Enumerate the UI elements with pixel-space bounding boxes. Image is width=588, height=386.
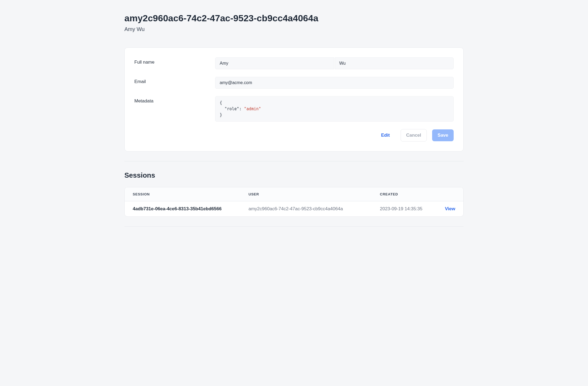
table-header: SESSION USER CREATED: [125, 187, 463, 201]
th-created: CREATED: [380, 192, 439, 196]
edit-button[interactable]: Edit: [376, 129, 395, 141]
td-user: amy2c960ac6-74c2-47ac-9523-cb9cc4a4064a: [248, 206, 380, 212]
th-session: SESSION: [133, 192, 248, 196]
td-created: 2023-09-19 14:35:35: [380, 206, 439, 212]
metadata-code[interactable]: { "role": "admin" }: [215, 96, 454, 122]
sessions-table: SESSION USER CREATED 4adb731e-06ea-4ce6-…: [124, 187, 464, 217]
metadata-value: "admin": [244, 106, 261, 111]
email-label: Email: [134, 77, 215, 84]
metadata-label: Metadata: [134, 96, 215, 104]
email-input[interactable]: [215, 77, 454, 89]
td-session: 4adb731e-06ea-4ce6-8313-35b41ebd6566: [133, 206, 248, 212]
save-button[interactable]: Save: [432, 129, 454, 141]
form-actions: Edit Cancel Save: [134, 129, 454, 142]
th-user: USER: [248, 192, 380, 196]
table-row: 4adb731e-06ea-4ce6-8313-35b41ebd6566 amy…: [125, 201, 463, 216]
divider-bottom: [124, 226, 464, 227]
page-subtitle: Amy Wu: [124, 26, 464, 32]
sessions-title: Sessions: [124, 171, 464, 180]
view-link[interactable]: View: [445, 206, 455, 211]
cancel-button[interactable]: Cancel: [401, 129, 427, 142]
metadata-key: "role": [225, 106, 239, 111]
first-name-input[interactable]: [215, 57, 334, 69]
page-title: amy2c960ac6-74c2-47ac-9523-cb9cc4a4064a: [124, 13, 464, 23]
user-form-card: Full name Email Metadata { "role": "admi…: [124, 47, 464, 151]
divider: [124, 161, 464, 161]
last-name-input[interactable]: [335, 57, 454, 69]
fullname-label: Full name: [134, 57, 215, 65]
